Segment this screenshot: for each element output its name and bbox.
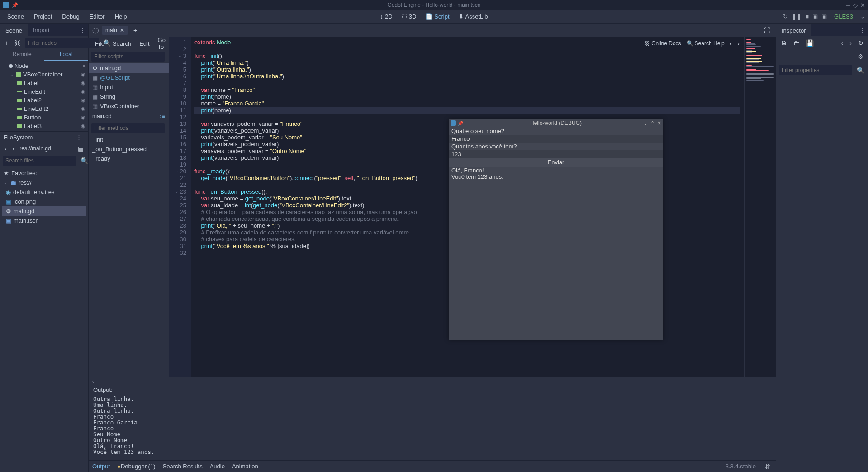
mode-script[interactable]: 📄Script: [422, 11, 453, 22]
visibility-icon[interactable]: ◉: [81, 114, 85, 120]
link-icon[interactable]: ⛓: [13, 38, 23, 48]
tree-node-lineedit[interactable]: LineEdit◉: [2, 87, 86, 96]
online-docs-link[interactable]: ⛓Online Docs: [643, 39, 683, 48]
pause-icon[interactable]: ❚❚: [792, 13, 802, 20]
visibility-icon[interactable]: ◉: [81, 97, 85, 103]
output-content[interactable]: Outra linha. Uma linha. Outra linha. Fra…: [89, 395, 776, 460]
script-item[interactable]: ⚙main.gd: [89, 63, 169, 73]
script-menu-edit[interactable]: Edit: [136, 39, 153, 48]
maximize-icon[interactable]: ⌃: [650, 120, 655, 126]
nav-back-icon[interactable]: ‹: [728, 39, 734, 48]
history-back-icon[interactable]: ‹: [840, 38, 845, 48]
tab-inspector[interactable]: Inspector: [776, 24, 811, 36]
tree-node-button[interactable]: Button◉: [2, 113, 86, 122]
menu-project[interactable]: Project: [29, 11, 57, 22]
spinner-icon[interactable]: ↻: [783, 13, 788, 20]
bottom-tab-audio[interactable]: Audio: [210, 463, 225, 470]
method-item[interactable]: _on_Button_pressed: [89, 144, 169, 154]
minimize-icon[interactable]: ⌄: [644, 120, 648, 126]
game-input-name[interactable]: [449, 135, 663, 143]
fs-root[interactable]: ⌄🖿res://: [2, 178, 86, 187]
bottom-tab-search[interactable]: Search Results: [163, 463, 203, 470]
filter-nodes-input[interactable]: [25, 38, 99, 48]
close-icon[interactable]: ✕: [657, 120, 661, 126]
tree-node-lineedit2[interactable]: LineEdit2◉: [2, 105, 86, 113]
load-resource-icon[interactable]: 🗀: [792, 38, 802, 48]
fs-favorites[interactable]: ★Favorites:: [2, 168, 86, 178]
method-item[interactable]: _ready: [89, 154, 169, 163]
visibility-icon[interactable]: ◉: [81, 72, 85, 77]
debug-game-window[interactable]: 📌 Hello-world (DEBUG) ⌄ ⌃ ✕ Qual é o seu…: [449, 119, 663, 340]
add-tab-icon[interactable]: +: [132, 26, 139, 35]
nav-fwd-icon[interactable]: ›: [10, 144, 16, 153]
pin-icon[interactable]: 📌: [12, 2, 18, 8]
sort-icon[interactable]: ↕≡: [159, 113, 165, 119]
script-menu-file[interactable]: File: [91, 39, 108, 48]
visibility-icon[interactable]: ◉: [81, 89, 85, 95]
script-item[interactable]: ▦VBoxContainer: [89, 101, 169, 111]
visibility-icon[interactable]: ◉: [81, 80, 85, 86]
bottom-tab-output[interactable]: Output: [92, 463, 110, 470]
scene-circle-icon[interactable]: ◯: [92, 27, 99, 33]
visibility-icon[interactable]: ◉: [81, 123, 85, 129]
tab-scene[interactable]: Scene: [0, 24, 28, 36]
new-resource-icon[interactable]: 🗎: [779, 38, 789, 48]
add-node-icon[interactable]: +: [3, 38, 10, 48]
nav-fwd-icon[interactable]: ›: [735, 39, 741, 48]
menu-scene[interactable]: Scene: [3, 11, 28, 22]
play-scene-icon[interactable]: ▣: [812, 13, 818, 20]
filter-scripts-input[interactable]: [91, 52, 165, 62]
collapse-icon[interactable]: ‹: [92, 378, 94, 385]
settings-icon[interactable]: ⚙: [856, 52, 865, 61]
minimize-icon[interactable]: ─: [846, 2, 850, 9]
tree-node-label2[interactable]: Label2◉: [2, 96, 86, 105]
game-submit-button[interactable]: Enviar: [449, 158, 663, 167]
script-item[interactable]: ▦@GDScript: [89, 73, 169, 82]
close-tab-icon[interactable]: ✕: [120, 27, 124, 33]
filter-properties-input[interactable]: [779, 65, 852, 75]
bottom-tab-debugger[interactable]: ●Debugger (1): [117, 463, 155, 470]
dock-options-icon[interactable]: ⋮: [857, 27, 868, 33]
script-item[interactable]: ▦String: [89, 92, 169, 101]
pin-icon[interactable]: 📌: [458, 121, 463, 126]
script-item[interactable]: ▦Input: [89, 82, 169, 92]
script-attached-icon[interactable]: ≡: [83, 63, 85, 69]
menu-editor[interactable]: Editor: [85, 11, 109, 22]
close-icon[interactable]: ✕: [860, 2, 865, 9]
renderer-selector[interactable]: GLES3: [831, 13, 856, 20]
search-icon[interactable]: 🔍: [855, 66, 866, 75]
mode-3d[interactable]: ⬚3D: [398, 11, 420, 22]
stop-icon[interactable]: ■: [805, 13, 809, 20]
subtab-remote[interactable]: Remote: [0, 50, 44, 61]
save-resource-icon[interactable]: 💾: [804, 38, 816, 48]
search-help-link[interactable]: 🔍Search Help: [685, 39, 726, 48]
filter-methods-input[interactable]: [91, 123, 165, 133]
layout-icon[interactable]: ⇵: [763, 462, 772, 471]
tree-node-root[interactable]: ⌄Node≡: [2, 62, 86, 70]
game-input-age[interactable]: [449, 150, 663, 158]
tree-node-vbox[interactable]: ⌄VBoxContainer◉: [2, 70, 86, 79]
script-menu-search[interactable]: Search: [109, 39, 135, 48]
menu-help[interactable]: Help: [110, 11, 132, 22]
fs-file[interactable]: ▣icon.png: [2, 197, 86, 206]
renderer-dropdown-icon[interactable]: ⌄: [860, 13, 865, 20]
history-fwd-icon[interactable]: ›: [848, 38, 854, 48]
tab-import[interactable]: Import: [28, 24, 55, 36]
fs-path[interactable]: res://main.gd: [18, 144, 74, 153]
search-files-input[interactable]: [3, 156, 76, 166]
fs-file[interactable]: ◉default_env.tres: [2, 187, 86, 197]
tree-node-label[interactable]: Label◉: [2, 79, 86, 87]
menu-debug[interactable]: Debug: [57, 11, 84, 22]
view-mode-icon[interactable]: ▤: [76, 144, 85, 153]
history-icon[interactable]: ↻: [856, 38, 865, 48]
play-custom-icon[interactable]: ▣: [821, 13, 827, 20]
bottom-tab-animation[interactable]: Animation: [232, 463, 258, 470]
maximize-icon[interactable]: ◇: [853, 2, 858, 9]
mode-2d[interactable]: ↕2D: [377, 11, 396, 22]
script-menu-goto[interactable]: Go To: [154, 36, 169, 51]
dock-options-icon[interactable]: ⋮: [77, 27, 88, 33]
subtab-local[interactable]: Local: [44, 50, 89, 61]
open-scene-tab[interactable]: main✕: [102, 26, 128, 35]
tree-node-label3[interactable]: Label3◉: [2, 122, 86, 130]
fs-file-selected[interactable]: ⚙main.gd: [2, 206, 86, 216]
